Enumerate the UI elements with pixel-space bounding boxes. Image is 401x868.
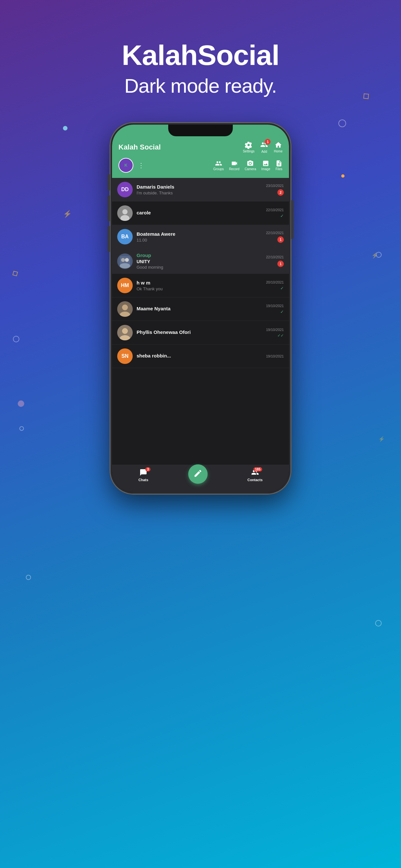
image-icon [262,160,269,167]
chat-name-hwm: h w m [136,280,264,285]
chat-meta-sheba: 19/10/2021 [266,354,284,358]
image-label: Image [261,167,270,171]
settings-button[interactable]: Settings [243,141,254,153]
avatar-hwm: HM [117,278,133,293]
chat-item-hwm[interactable]: HM h w m Ok Thank you 20/10/2021 ✓ [112,274,289,298]
chat-item-boatemaa[interactable]: BA Boatemaa Awere 11.00 22/10/2021 1 [112,225,289,249]
settings-label: Settings [243,150,254,153]
camera-button[interactable]: Camera [245,160,256,171]
chat-name-boatemaa: Boatemaa Awere [136,231,264,237]
chat-item-maame[interactable]: Maame Nyanta 19/10/2021 ✓ [112,298,289,321]
chat-time-boatemaa: 22/10/2021 [266,231,284,235]
more-options-button[interactable]: ⋮ [138,161,144,169]
read-check-phyllis: ✓✓ [277,333,284,338]
volume-up-button[interactable] [107,195,110,221]
compose-button[interactable] [188,464,208,486]
chat-meta-phyllis: 19/10/2021 ✓✓ [266,328,284,338]
record-icon [231,160,238,167]
profile-avatar[interactable]: K [119,158,133,173]
avatar-damaris: DD [117,182,133,197]
camera-icon [247,160,254,167]
chat-name-phyllis: Phyllis Ohenewaa Ofori [136,330,264,335]
groups-icon [215,160,222,167]
files-button[interactable]: Files [275,160,282,171]
record-button[interactable]: Record [229,160,239,171]
chat-content-sheba: sheba robbin... [136,353,264,360]
read-check-carole: ✓ [280,213,284,218]
chat-content-phyllis: Phyllis Ohenewaa Ofori [136,330,264,336]
volume-mute-button[interactable] [107,175,110,190]
chat-meta-damaris: 23/10/2021 2 [266,184,284,196]
chat-badge-damaris: 2 [277,189,284,196]
home-icon [274,141,282,149]
compose-icon [193,469,203,478]
volume-down-button[interactable] [107,226,110,252]
svg-point-14 [122,328,128,334]
phyllis-photo [117,325,133,340]
avatar-carole [117,206,133,221]
avatar-maame [117,301,133,317]
files-icon [275,160,282,167]
chat-item-unity[interactable]: Group UNITY Good morning 22/10/2021 1 [112,249,289,274]
add-button[interactable]: 1 Add [260,141,268,153]
bottom-navigation: 3 Chats [112,465,289,492]
camera-label: Camera [245,167,256,171]
chat-time-phyllis: 19/10/2021 [266,328,284,332]
app-header-title: Kalah Social [119,143,161,151]
chat-name-maame: Maame Nyanta [136,306,264,311]
chat-item-sheba[interactable]: SN sheba robbin... 19/10/2021 [112,345,289,368]
svg-text:K: K [124,163,127,167]
groups-label: Groups [213,167,224,171]
svg-point-7 [121,258,125,262]
chat-content-carole: carole [136,210,264,216]
svg-point-3 [122,209,127,214]
chat-content-hwm: h w m Ok Thank you [136,280,264,291]
chat-content-damaris: Damaris Daniels I'm outside. Thanks [136,184,264,195]
chat-name-sheba: sheba robbin... [136,353,264,359]
chat-time-carole: 22/10/2021 [266,208,284,212]
avatar-sheba: SN [117,348,133,364]
notch [168,125,233,136]
app-title: KalahSocial [0,39,401,72]
chats-tab[interactable]: 3 Chats [138,469,149,482]
chat-preview-unity: Good morning [136,265,264,270]
chat-meta-maame: 19/10/2021 ✓ [266,304,284,314]
avatar-unity [117,253,133,269]
svg-point-9 [120,263,130,268]
chat-name-damaris: Damaris Daniels [136,184,264,190]
groups-button[interactable]: Groups [213,160,224,171]
svg-point-11 [122,305,128,310]
unity-photo [117,253,133,269]
chat-name-carole: carole [136,210,264,215]
contacts-tab[interactable]: 185 Contacts [247,469,263,482]
home-button[interactable]: Home [274,141,282,153]
chat-badge-unity: 1 [277,260,284,267]
chat-meta-carole: 22/10/2021 ✓ [266,208,284,218]
chat-preview-boatemaa: 11.00 [136,238,264,243]
chat-item-damaris[interactable]: DD Damaris Daniels I'm outside. Thanks 2… [112,178,289,202]
chat-item-carole[interactable]: carole 22/10/2021 ✓ [112,202,289,225]
app-subtitle: Dark mode ready. [0,74,401,97]
power-button[interactable] [291,200,294,239]
contacts-tab-label: Contacts [247,478,263,482]
gear-icon [245,141,252,149]
chat-meta-unity: 22/10/2021 1 [266,255,284,267]
files-label: Files [275,167,282,171]
profile-logo: K [121,161,130,170]
chat-time-maame: 19/10/2021 [266,304,284,308]
chats-badge: 3 [145,467,150,471]
avatar-phyllis [117,325,133,340]
contacts-badge: 185 [253,467,262,471]
record-label: Record [229,167,239,171]
maame-photo [117,301,133,317]
home-label: Home [274,150,282,153]
chat-time-sheba: 19/10/2021 [266,354,284,358]
chat-item-phyllis[interactable]: Phyllis Ohenewaa Ofori 19/10/2021 ✓✓ [112,321,289,345]
add-label: Add [261,150,267,153]
chat-badge-boatemaa: 1 [277,237,284,243]
svg-point-8 [125,258,129,262]
chats-tab-label: Chats [138,478,149,482]
image-button[interactable]: Image [261,160,270,171]
chat-meta-hwm: 20/10/2021 ✓ [266,280,284,290]
chat-time-unity: 22/10/2021 [266,255,284,259]
